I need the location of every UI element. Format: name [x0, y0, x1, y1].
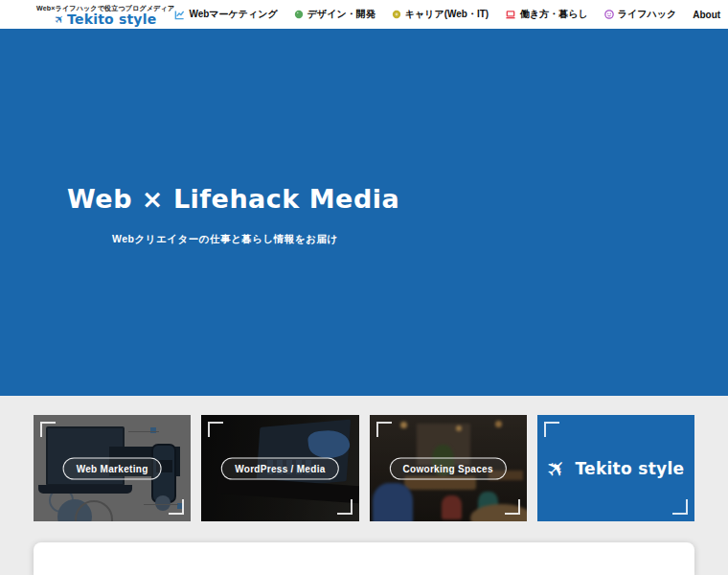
- chart-line-icon: [174, 10, 185, 20]
- site-header: Web×ライフハックで役立つブログメディア ✈ Tekito style Web…: [0, 0, 728, 29]
- lower-section: Web Marketing WordPress / Media: [0, 396, 728, 575]
- main-nav: Webマーケティング デザイン・開発 キャリア(Web・IT): [174, 8, 720, 21]
- laptop-icon: [505, 10, 516, 20]
- nav-item-about[interactable]: About: [693, 10, 720, 20]
- hero-section: Web × Lifehack Media Webクリエイターの仕事と暮らし情報を…: [0, 29, 728, 396]
- card-coworking-spaces[interactable]: Coworking Spaces: [370, 415, 527, 521]
- nav-item-web-marketing[interactable]: Webマーケティング: [174, 8, 277, 21]
- lifehack-icon: [604, 10, 614, 19]
- nav-item-lifehack[interactable]: ライフハック: [604, 8, 676, 21]
- corner-bracket: [505, 499, 520, 515]
- briefcase-icon: [392, 10, 401, 19]
- logo-text: Tekito style: [67, 12, 156, 26]
- corner-bracket: [169, 499, 184, 515]
- nav-label: 働き方・暮らし: [520, 8, 588, 21]
- nav-label: キャリア(Web・IT): [405, 8, 489, 21]
- corner-bracket: [376, 422, 392, 437]
- card-wordpress-media[interactable]: WordPress / Media: [201, 415, 358, 521]
- category-cards: Web Marketing WordPress / Media: [0, 396, 728, 521]
- card-logo-text: Tekito style: [575, 459, 684, 478]
- hero-subtitle: Webクリエイターの仕事と暮らし情報をお届け: [112, 233, 728, 246]
- card-label: Coworking Spaces: [389, 457, 506, 479]
- paper-plane-icon: ✈: [52, 12, 67, 27]
- corner-bracket: [208, 422, 223, 437]
- nav-item-career[interactable]: キャリア(Web・IT): [392, 8, 489, 21]
- paper-plane-icon: ✈: [540, 451, 573, 484]
- card-web-marketing[interactable]: Web Marketing: [34, 415, 191, 521]
- corner-bracket: [40, 422, 56, 437]
- corner-bracket: [337, 499, 353, 515]
- nav-label: デザイン・開発: [307, 8, 375, 21]
- site-logo[interactable]: Web×ライフハックで役立つブログメディア ✈ Tekito style: [36, 3, 174, 26]
- palette-icon: [294, 10, 304, 19]
- hero-title: Web × Lifehack Media: [0, 29, 728, 214]
- card-label: Web Marketing: [63, 457, 162, 479]
- content-panel: [34, 542, 694, 575]
- card-label: WordPress / Media: [221, 457, 338, 479]
- card-tekito-style[interactable]: ✈ Tekito style: [537, 415, 694, 521]
- nav-label: Webマーケティング: [189, 8, 277, 21]
- nav-item-design-dev[interactable]: デザイン・開発: [294, 8, 375, 21]
- nav-label: About: [693, 10, 720, 20]
- nav-item-worklife[interactable]: 働き方・暮らし: [505, 8, 588, 21]
- nav-label: ライフハック: [618, 8, 676, 21]
